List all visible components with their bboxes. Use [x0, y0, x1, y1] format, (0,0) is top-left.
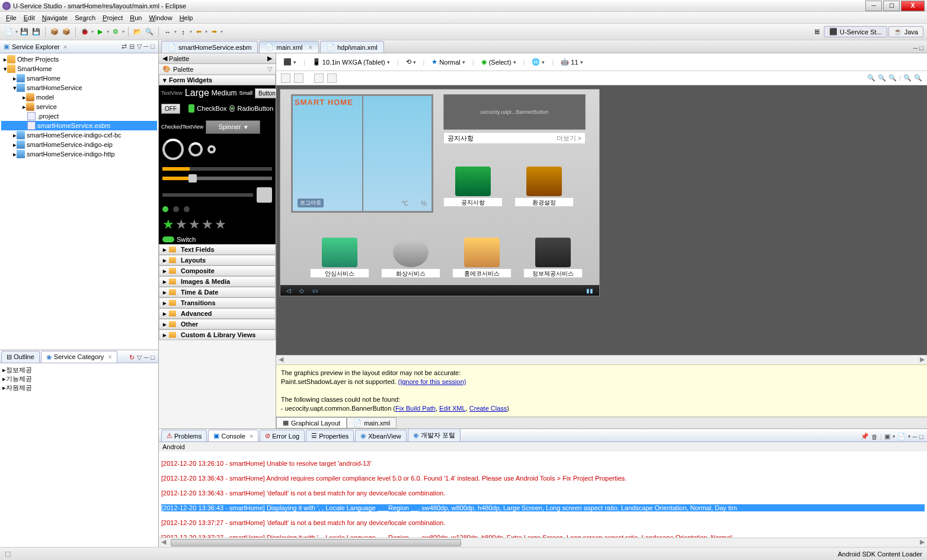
banner-button[interactable]: uecocity.uapt...BannerButton [443, 94, 586, 130]
zoom-reset-icon[interactable]: 🔍 [878, 74, 886, 82]
minimize-button[interactable]: ─ [865, 1, 882, 11]
palette-button[interactable]: Button [255, 88, 279, 98]
activity-dropdown[interactable]: ◉(Select)▾ [479, 57, 519, 67]
zoom-in-icon[interactable]: 🔍 [903, 74, 912, 82]
tab-main-xml[interactable]: 📄main.xml× [259, 41, 318, 53]
tab-main-xml-source[interactable]: 📄main.xml [347, 417, 397, 428]
palette-layouts[interactable]: ▸Layouts [159, 255, 276, 265]
palette-text-fields[interactable]: ▸Text Fields [159, 244, 276, 255]
fwd-icon[interactable]: ➡ [209, 27, 219, 37]
ignore-link[interactable]: (Ignore for this session) [398, 378, 466, 385]
collapse-icon[interactable]: ⇄ [122, 43, 127, 50]
max-icon[interactable]: □ [919, 44, 923, 52]
pkg-icon[interactable]: 📦 [49, 27, 60, 37]
menu-icon[interactable]: ▽ [137, 43, 142, 50]
menu-search[interactable]: Search [71, 13, 99, 23]
app-settings[interactable]: 환경설정 [514, 167, 574, 214]
console-clear-icon[interactable]: 🗑 [871, 433, 878, 440]
menu-icon[interactable]: ▽ [137, 354, 142, 361]
palette-transitions[interactable]: ▸Transitions [159, 297, 276, 308]
palette-collapse-icon[interactable]: ◀ [162, 55, 167, 62]
save-icon[interactable]: 💾 [19, 27, 30, 37]
menu-edit[interactable]: Edit [20, 13, 39, 23]
layout-btn-3[interactable] [314, 73, 324, 83]
create-class-link[interactable]: Create Class [469, 405, 507, 412]
app-security[interactable]: 안심서비스 [310, 238, 369, 285]
menu-project[interactable]: Project [99, 13, 126, 23]
orientation-dropdown[interactable]: ⟲▾ [404, 57, 418, 67]
palette-time[interactable]: ▸Time & Date [159, 287, 276, 297]
debug-icon[interactable]: 🐞 [79, 27, 90, 37]
ext-icon[interactable]: ⚙ [110, 27, 121, 37]
palette-toggle[interactable]: OFF [161, 104, 180, 114]
min-icon[interactable]: ─ [144, 43, 149, 50]
tab-hdpi-main[interactable]: 📄hdpi\main.xml [320, 41, 384, 53]
max-icon[interactable]: □ [151, 43, 155, 50]
tab-errorlog[interactable]: ⊘Error Log [260, 430, 305, 441]
search-icon[interactable]: 🔍 [144, 27, 155, 37]
recents-icon[interactable]: ▭ [312, 287, 318, 294]
console-pin-icon[interactable]: 📌 [861, 433, 869, 440]
menu-help[interactable]: Help [176, 13, 197, 23]
layout-btn-1[interactable] [281, 73, 290, 83]
app-info[interactable]: 정보제공서비스 [523, 238, 583, 285]
home-icon[interactable]: ◇ [299, 287, 304, 294]
menu-file[interactable]: File [2, 13, 20, 23]
locale-dropdown[interactable]: 🌐▾ [529, 57, 547, 67]
tab-esbm[interactable]: 📄smartHomeService.esbm [161, 41, 258, 53]
edit-xml-link[interactable]: Edit XML [439, 405, 466, 412]
maximize-button[interactable]: ☐ [883, 1, 900, 11]
api-dropdown[interactable]: 🤖11▾ [558, 57, 585, 67]
new-icon[interactable]: 📄 [4, 27, 14, 37]
zoom-fit-icon[interactable]: 🔍 [888, 74, 897, 82]
palette-form-widgets[interactable]: ▾Form Widgets [159, 75, 276, 85]
palette-custom[interactable]: ▸Custom & Library Views [159, 329, 276, 340]
back-icon[interactable]: ⬅ [193, 27, 204, 37]
console-new-icon[interactable]: 📄 [897, 433, 906, 440]
fix-build-link[interactable]: Fix Build Path [395, 405, 436, 412]
theme-dropdown[interactable]: ★Normal▾ [429, 57, 467, 67]
tab-xbeanview[interactable]: ◉XbeanView [355, 430, 406, 441]
zoom-100-icon[interactable]: 🔍 [914, 74, 922, 82]
tab-console[interactable]: ▣Console× [208, 430, 258, 441]
palette-other[interactable]: ▸Other [159, 319, 276, 329]
menu-window[interactable]: Window [145, 13, 175, 23]
tab-problems[interactable]: ⚠Problems [161, 430, 207, 441]
app-notice[interactable]: 공지사항 [443, 167, 503, 214]
nav1-icon[interactable]: ↔ [162, 27, 173, 37]
pkg2-icon[interactable]: 📦 [61, 27, 72, 37]
menu-run[interactable]: Run [126, 13, 145, 23]
palette-advanced[interactable]: ▸Advanced [159, 308, 276, 319]
open-icon[interactable]: 📂 [132, 27, 143, 37]
open-perspective-icon[interactable]: ⊞ [812, 27, 823, 37]
design-canvas[interactable]: 로그아웃 ℃ % SMART HOME uecocity.uapt...Bann… [276, 85, 927, 355]
palette-spinner[interactable]: Spinner ▾ [206, 120, 260, 134]
notice-bar[interactable]: 공지사항더보기 > [443, 132, 586, 144]
link-icon[interactable]: ⊟ [129, 43, 135, 50]
close-button[interactable]: X [901, 1, 925, 11]
console-select-icon[interactable]: ▣ [884, 433, 890, 440]
zoom-out-icon[interactable]: 🔍 [867, 74, 875, 82]
project-tree[interactable]: ▸Other Projects ▾SmartHome ▸smartHome ▾s… [0, 53, 158, 350]
run-icon[interactable]: ▶ [95, 27, 106, 37]
refresh-icon[interactable]: ↻ [129, 354, 135, 361]
nav2-icon[interactable]: ↕ [178, 27, 188, 37]
min-icon[interactable]: ─ [913, 44, 918, 52]
saveall-icon[interactable]: 💾 [31, 27, 41, 37]
tab-devportal[interactable]: ◉개발자 포털 [408, 428, 461, 441]
perspective-uservice[interactable]: ⬛U-Service St... [824, 26, 887, 37]
tab-outline[interactable]: ⊟Outline [1, 351, 40, 363]
tab-close-icon[interactable]: × [63, 43, 67, 50]
layout-btn-4[interactable] [327, 73, 337, 83]
config-dropdown[interactable]: ⬛▾ [281, 57, 299, 67]
tab-properties[interactable]: ☰Properties [306, 430, 354, 441]
console-scrollbar[interactable]: ◀▶ [159, 537, 927, 547]
device-dropdown[interactable]: 📱10.1in WXGA (Tablet)▾ [310, 57, 392, 67]
close-tab-icon[interactable]: × [309, 44, 312, 51]
menu-navigate[interactable]: Navigate [39, 13, 71, 23]
palette-composite[interactable]: ▸Composite [159, 265, 276, 276]
app-eco[interactable]: 홈에코서비스 [452, 238, 512, 285]
palette-images[interactable]: ▸Images & Media [159, 276, 276, 287]
perspective-java[interactable]: ☕Java [888, 26, 923, 37]
app-video[interactable]: 화상서비스 [381, 238, 440, 285]
